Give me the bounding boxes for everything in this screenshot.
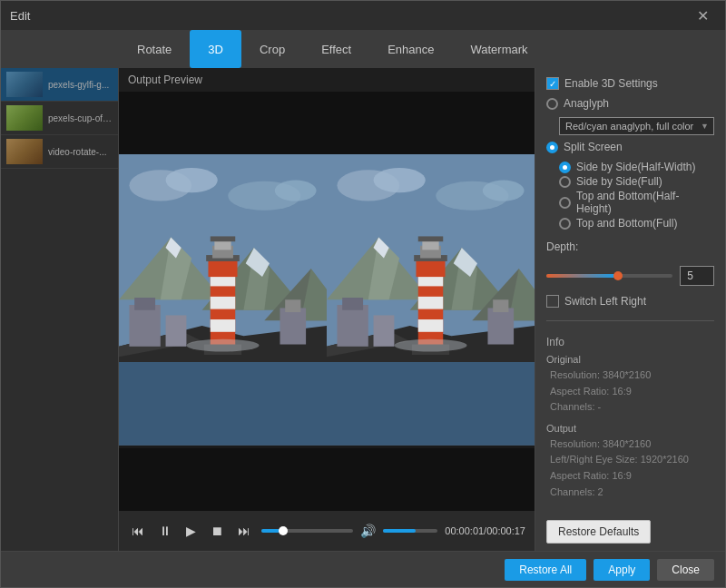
- side-by-side-full-row: Side by Side(Full): [559, 175, 714, 188]
- volume-bar[interactable]: [383, 529, 437, 533]
- sidebar-item-2[interactable]: video-rotate-...: [1, 135, 118, 169]
- progress-bar[interactable]: [261, 529, 353, 533]
- main-content: pexels-gylfi-g... pexels-cup-of-... vide…: [1, 68, 725, 551]
- svg-rect-50: [337, 305, 368, 347]
- settings-panel: ✓ Enable 3D Settings Anaglyph Red/cyan a…: [535, 68, 725, 551]
- svg-rect-63: [418, 237, 443, 242]
- tab-enhance[interactable]: Enhance: [369, 30, 452, 68]
- controls-bar: ⏮ ⏸ ▶ ⏹ ⏭ 🔊 00:00:01/00:00:17: [119, 511, 535, 551]
- switch-lr-checkbox[interactable]: [546, 295, 559, 308]
- skip-end-button[interactable]: ⏭: [234, 522, 254, 540]
- volume-fill: [383, 529, 416, 533]
- svg-rect-21: [285, 300, 300, 313]
- preview-label: Output Preview: [119, 68, 535, 92]
- restore-all-button[interactable]: Restore All: [505, 559, 586, 581]
- top-bottom-full-row: Top and Bottom(Full): [559, 217, 714, 230]
- window-close-button[interactable]: ✕: [690, 4, 716, 28]
- svg-rect-20: [280, 309, 306, 345]
- original-channels: Channels: -: [546, 399, 714, 416]
- svg-rect-13: [119, 352, 327, 446]
- close-button[interactable]: Close: [657, 559, 714, 581]
- svg-rect-46: [327, 352, 535, 446]
- svg-rect-52: [374, 316, 395, 347]
- original-info-group: Original Resolution: 3840*2160 Aspect Ra…: [546, 354, 714, 416]
- sidebar-thumb-2: [6, 139, 43, 164]
- tab-rotate[interactable]: Rotate: [119, 30, 190, 68]
- output-eye-size: Left/Right Eye Size: 1920*2160: [546, 452, 714, 468]
- split-screen-row: Split Screen: [546, 141, 714, 153]
- anaglyph-dropdown-wrap: Red/cyan anaglyph, full color Red/cyan a…: [546, 117, 714, 135]
- svg-rect-53: [487, 309, 514, 345]
- svg-rect-25: [211, 319, 235, 332]
- output-info-group: Output Resolution: 3840*2160 Left/Right …: [546, 423, 714, 500]
- depth-row: Depth:: [546, 240, 714, 253]
- apply-button[interactable]: Apply: [594, 559, 650, 581]
- svg-point-4: [275, 181, 317, 201]
- split-screen-options: Side by Side(Half-Width) Side by Side(Fu…: [546, 161, 714, 231]
- file-sidebar: pexels-gylfi-g... pexels-cup-of-... vide…: [1, 68, 119, 551]
- tab-effect[interactable]: Effect: [303, 30, 369, 68]
- enable-3d-checkbox[interactable]: ✓: [546, 77, 559, 90]
- svg-rect-24: [211, 297, 235, 309]
- sidebar-item-1[interactable]: pexels-cup-of-...: [1, 102, 118, 135]
- anaglyph-label: Anaglyph: [564, 97, 609, 110]
- depth-slider-wrap: [546, 274, 672, 278]
- svg-rect-19: [166, 316, 187, 347]
- depth-input[interactable]: [680, 266, 714, 286]
- time-display: 00:00:01/00:00:17: [445, 525, 525, 536]
- anaglyph-row: Anaglyph: [546, 97, 714, 110]
- svg-rect-30: [211, 237, 235, 242]
- sidebar-item-0[interactable]: pexels-gylfi-g...: [1, 68, 118, 102]
- split-screen-label: Split Screen: [564, 141, 623, 153]
- svg-rect-18: [134, 298, 155, 310]
- svg-point-32: [186, 339, 259, 352]
- tab-3d[interactable]: 3D: [190, 30, 241, 68]
- top-bottom-full-radio[interactable]: [559, 218, 571, 230]
- top-bottom-full-label: Top and Bottom(Full): [576, 217, 677, 230]
- tab-crop[interactable]: Crop: [241, 30, 303, 68]
- output-aspect-ratio: Aspect Ratio: 16:9: [546, 468, 714, 485]
- video-right: [327, 154, 535, 448]
- step-forward-button[interactable]: ▶: [182, 522, 200, 540]
- restore-defaults-button[interactable]: Restore Defaults: [546, 520, 651, 544]
- preview-area: Output Preview: [119, 68, 535, 551]
- split-screen-radio[interactable]: [546, 142, 558, 153]
- output-resolution: Resolution: 3840*2160: [546, 436, 714, 453]
- anaglyph-radio[interactable]: [546, 98, 558, 110]
- top-bottom-half-label: Top and Bottom(Half-Height): [576, 190, 714, 215]
- sidebar-label-0: pexels-gylfi-g...: [48, 80, 109, 90]
- sidebar-label-2: video-rotate-...: [48, 147, 106, 157]
- divider-1: [546, 320, 714, 321]
- side-by-side-full-label: Side by Side(Full): [576, 175, 662, 188]
- skip-back-button[interactable]: ⏮: [128, 522, 148, 540]
- anaglyph-dropdown[interactable]: Red/cyan anaglyph, full color Red/cyan a…: [559, 117, 714, 135]
- depth-label: Depth:: [546, 240, 578, 253]
- svg-point-2: [166, 168, 218, 192]
- original-aspect-ratio: Aspect Ratio: 16:9: [546, 384, 714, 400]
- switch-lr-row: Switch Left Right: [546, 295, 714, 308]
- stop-button[interactable]: ⏹: [207, 522, 227, 540]
- edit-window: Edit ✕ Rotate 3D Crop Effect Enhance Wat…: [0, 0, 726, 588]
- original-resolution: Resolution: 3840*2160: [546, 368, 714, 384]
- side-by-side-half-label: Side by Side(Half-Width): [576, 161, 695, 173]
- window-title: Edit: [10, 9, 30, 23]
- top-bottom-half-row: Top and Bottom(Half-Height): [559, 190, 714, 215]
- play-pause-button[interactable]: ⏸: [155, 522, 175, 540]
- output-channels: Channels: 2: [546, 485, 714, 501]
- side-by-side-full-radio[interactable]: [559, 176, 571, 188]
- svg-point-35: [374, 168, 426, 192]
- side-by-side-half-radio[interactable]: [559, 162, 571, 173]
- depth-slider[interactable]: [546, 274, 672, 278]
- info-title: Info: [546, 336, 714, 348]
- svg-rect-51: [342, 298, 363, 310]
- progress-handle: [279, 526, 288, 535]
- top-bottom-half-radio[interactable]: [559, 197, 571, 209]
- output-title: Output: [546, 423, 714, 434]
- tab-watermark[interactable]: Watermark: [452, 30, 545, 68]
- tab-bar: Rotate 3D Crop Effect Enhance Watermark: [1, 30, 725, 68]
- bottom-bar: Restore All Apply Close: [1, 551, 725, 587]
- switch-lr-label: Switch Left Right: [564, 295, 646, 308]
- depth-handle: [613, 271, 623, 280]
- svg-point-65: [394, 339, 466, 352]
- video-left: [119, 154, 327, 448]
